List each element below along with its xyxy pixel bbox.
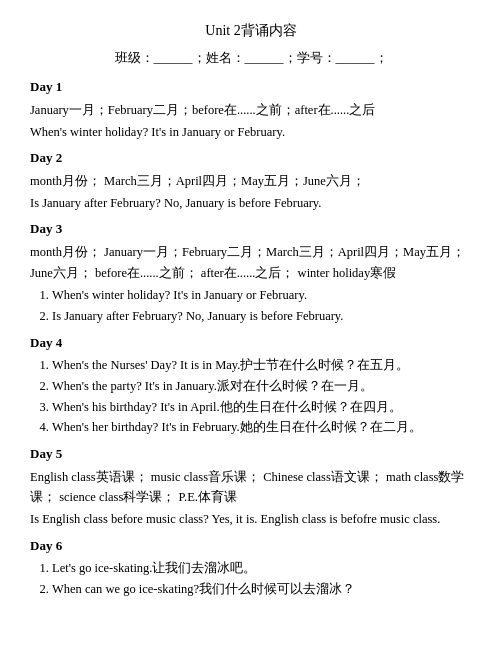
list-item: When's his birthday? It's in April.他的生日在… — [52, 397, 472, 418]
list-item: Let's go ice-skating.让我们去溜冰吧。 — [52, 558, 472, 579]
list-item: When's her birthday? It's in February.她的… — [52, 417, 472, 438]
page-title: Unit 2背诵内容 — [30, 20, 472, 42]
day-list: When's winter holiday? It's in January o… — [30, 285, 472, 326]
day-section-2: Day 2month月份； March三月；April四月；May五月；June… — [30, 148, 472, 213]
content-line: Is English class before music class? Yes… — [30, 509, 472, 530]
list-item: When's the party? It's in January.派对在什么时… — [52, 376, 472, 397]
class-info: 班级：______；姓名：______；学号：______； — [30, 48, 472, 69]
content-line: When's winter holiday? It's in January o… — [30, 122, 472, 143]
list-item: When's winter holiday? It's in January o… — [52, 285, 472, 306]
content-line: month月份； March三月；April四月；May五月；June六月； — [30, 171, 472, 192]
day-header: Day 1 — [30, 77, 472, 98]
list-item: Is January after February? No, January i… — [52, 306, 472, 327]
day-section-3: Day 3month月份； January一月；February二月；March… — [30, 219, 472, 326]
day-section-5: Day 5English class英语课； music class音乐课； C… — [30, 444, 472, 530]
content-line: English class英语课； music class音乐课； Chines… — [30, 467, 472, 508]
list-item: When can we go ice-skating?我们什么时候可以去溜冰？ — [52, 579, 472, 600]
day-header: Day 2 — [30, 148, 472, 169]
day-section-1: Day 1January一月；February二月；before在......之… — [30, 77, 472, 142]
day-header: Day 3 — [30, 219, 472, 240]
day-list: Let's go ice-skating.让我们去溜冰吧。When can we… — [30, 558, 472, 599]
content-line: January一月；February二月；before在......之前；aft… — [30, 100, 472, 121]
content-line: Is January after February? No, January i… — [30, 193, 472, 214]
day-header: Day 4 — [30, 333, 472, 354]
day-header: Day 6 — [30, 536, 472, 557]
day-header: Day 5 — [30, 444, 472, 465]
day-list: When's the Nurses' Day? It is in May.护士节… — [30, 355, 472, 438]
day-section-4: Day 4When's the Nurses' Day? It is in Ma… — [30, 333, 472, 438]
day-section-6: Day 6Let's go ice-skating.让我们去溜冰吧。When c… — [30, 536, 472, 600]
list-item: When's the Nurses' Day? It is in May.护士节… — [52, 355, 472, 376]
content-line: month月份； January一月；February二月；March三月；Ap… — [30, 242, 472, 283]
